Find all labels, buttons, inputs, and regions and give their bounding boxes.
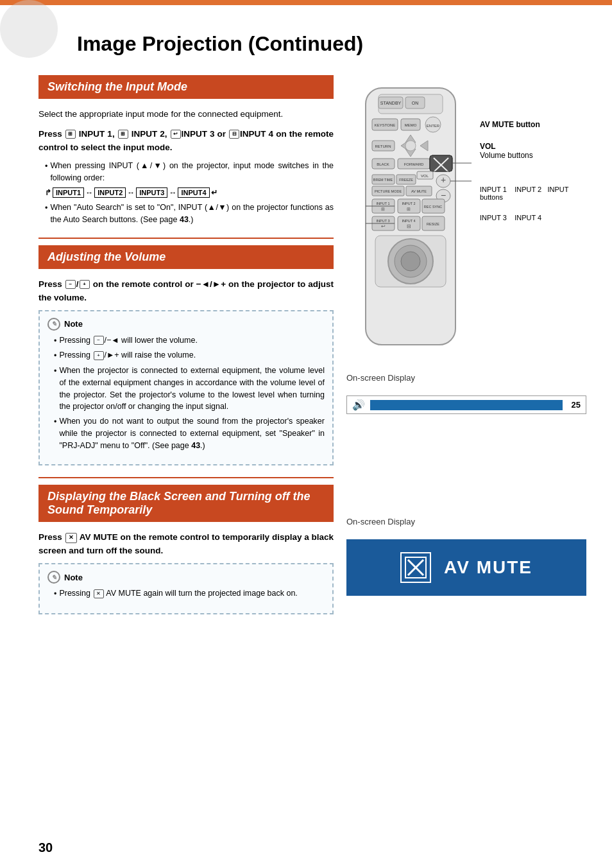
volume-note-box: ✎ Note Pressing −/−◄ will lower the volu… xyxy=(38,310,334,466)
av-mute-inline-icon: ✕ xyxy=(65,533,77,543)
volume-note-title: ✎ Note xyxy=(47,318,325,331)
top-bar-decoration xyxy=(0,0,612,5)
left-column: Switching the Input Mode Select the appr… xyxy=(38,75,334,623)
switching-intro: Select the appropriate input mode for th… xyxy=(38,108,334,121)
black-screen-header: Displaying the Black Screen and Turning … xyxy=(38,485,334,522)
input2-icon: ⊞ xyxy=(118,130,128,139)
svg-text:RESIZE: RESIZE xyxy=(427,222,439,226)
switching-bullet-1: When pressing INPUT (▲/▼) on the project… xyxy=(45,160,334,184)
vol-label: VOL xyxy=(480,142,496,151)
switching-bullet-2: When "Auto Search" is set to "On", INPUT… xyxy=(45,202,334,226)
svg-text:KEYSTONE: KEYSTONE xyxy=(375,123,396,127)
volume-number: 25 xyxy=(568,400,581,410)
arrow-start: ↱ xyxy=(45,188,51,197)
arrow-back: ↵ xyxy=(211,188,217,197)
svg-text:INPUT 4: INPUT 4 xyxy=(402,219,416,223)
note-icon: ✎ xyxy=(47,318,60,331)
volume-divider xyxy=(38,238,334,239)
input1-label: INPUT 1 INPUT 2 INPUT buttons xyxy=(480,186,586,201)
av-mute-button-label: AV MUTE button xyxy=(480,120,540,129)
input1-icon: ⊞ xyxy=(65,130,76,139)
volume-note-4: When you do not want to output the sound… xyxy=(54,415,325,451)
svg-point-60 xyxy=(401,252,420,271)
note-icon-2: ✎ xyxy=(47,571,60,584)
input-labels-area: INPUT 1 INPUT 2 INPUT buttons INPUT 3 IN… xyxy=(480,186,586,221)
switching-bullets: When pressing INPUT (▲/▼) on the project… xyxy=(45,160,334,226)
av-mute-x-icon xyxy=(405,557,427,578)
input3-icon: ↩ xyxy=(171,130,181,139)
svg-text:MEMO: MEMO xyxy=(405,123,417,127)
volume-onscreen-label: On-screen Display xyxy=(346,373,586,383)
black-screen-note-box: ✎ Note Pressing ✕ AV MUTE again will tur… xyxy=(38,563,334,614)
switching-press-instruction: Press ⊞ INPUT 1, ⊞ INPUT 2, ↩INPUT 3 or … xyxy=(38,128,334,155)
svg-text:ENTER: ENTER xyxy=(427,124,440,128)
vol-plus-icon: + xyxy=(80,280,90,289)
remote-and-labels: STANDBY ON KEYSTONE MEMO ENTER xyxy=(346,82,586,367)
volume-note-3: When the projector is connected to exter… xyxy=(54,365,325,413)
volume-note-2: Pressing +/►+ will raise the volume. xyxy=(54,349,325,362)
av-mute-display-section: On-screen Display AV MUTE xyxy=(346,517,586,596)
svg-text:INPUT 3: INPUT 3 xyxy=(377,219,390,223)
switching-header: Switching the Input Mode xyxy=(38,75,334,99)
svg-text:FORWARD: FORWARD xyxy=(404,162,424,166)
page: Image Projection (Continued) Switching t… xyxy=(0,0,612,868)
remote-svg: STANDBY ON KEYSTONE MEMO ENTER xyxy=(346,82,475,364)
vol-plus-note: + xyxy=(94,351,104,360)
black-screen-note-bullets: Pressing ✕ AV MUTE again will turn the p… xyxy=(54,587,325,600)
vol-minus-note: − xyxy=(94,336,104,345)
svg-text:FREEZE: FREEZE xyxy=(399,178,413,182)
svg-text:⊞: ⊞ xyxy=(407,207,411,211)
page-number: 30 xyxy=(38,840,53,855)
svg-text:⊟: ⊟ xyxy=(407,223,411,229)
volume-header: Adjusting the Volume xyxy=(38,245,334,269)
vol-label-row: VOL Volume buttons xyxy=(480,142,586,160)
av-mute-onscreen-label: On-screen Display xyxy=(346,517,586,526)
svg-point-16 xyxy=(405,141,416,151)
svg-text:INPUT 1: INPUT 1 xyxy=(377,202,390,205)
volume-note-1: Pressing −/−◄ will lower the volume. xyxy=(54,334,325,347)
volume-press-instruction: Press −/+ on the remote control or −◄/►+… xyxy=(38,278,334,305)
remote-wrapper: STANDBY ON KEYSTONE MEMO ENTER xyxy=(346,82,475,367)
svg-text:+: + xyxy=(441,175,446,185)
right-column: STANDBY ON KEYSTONE MEMO ENTER xyxy=(346,75,586,623)
black-screen-note-1: Pressing ✕ AV MUTE again will turn the p… xyxy=(54,587,325,600)
svg-text:BREM TIME: BREM TIME xyxy=(373,178,393,182)
input1-seq: INPUT1 xyxy=(53,187,84,198)
circle-decoration xyxy=(0,0,58,58)
av-mute-display: AV MUTE xyxy=(346,539,586,596)
av-mute-display-icon xyxy=(400,552,431,583)
labels-wrapper: AV MUTE button VOL Volume buttons INPUT … xyxy=(475,82,586,221)
speaker-icon: 🔊 xyxy=(352,399,365,411)
page-title: Image Projection (Continued) xyxy=(38,32,586,56)
svg-text:↩: ↩ xyxy=(381,223,386,229)
volume-buttons-label: Volume buttons xyxy=(480,151,533,160)
volume-note-bullets: Pressing −/−◄ will lower the volume. Pre… xyxy=(54,334,325,452)
input3-seq: INPUT3 xyxy=(136,187,167,198)
volume-display-bar: 🔊 25 xyxy=(346,395,586,414)
vol-minus-icon: − xyxy=(65,280,76,289)
svg-text:ON: ON xyxy=(412,101,419,105)
black-screen-divider xyxy=(38,477,334,478)
svg-text:VOL: VOL xyxy=(421,174,429,178)
svg-text:PICTURE MODE: PICTURE MODE xyxy=(375,189,402,193)
svg-text:⊞: ⊞ xyxy=(381,207,385,211)
svg-text:BLACK: BLACK xyxy=(377,162,389,166)
black-screen-press-instruction: Press ✕ AV MUTE on the remote control to… xyxy=(38,531,334,558)
svg-text:INPUT 2: INPUT 2 xyxy=(402,202,416,205)
av-mute-note-icon: ✕ xyxy=(94,589,104,598)
black-screen-note-title: ✎ Note xyxy=(47,571,325,584)
volume-display-section: On-screen Display 🔊 25 xyxy=(346,373,586,414)
av-mute-display-text: AV MUTE xyxy=(444,557,532,578)
input-sequence: ↱ INPUT1 ↔ INPUT2 ↔ INPUT3 ↔ INPUT4 ↵ xyxy=(45,187,334,198)
input4-seq: INPUT4 xyxy=(178,187,209,198)
av-mute-label-row: AV MUTE button xyxy=(480,120,586,129)
svg-text:STANDBY: STANDBY xyxy=(380,101,402,105)
main-layout: Switching the Input Mode Select the appr… xyxy=(38,75,586,623)
svg-text:RETURN: RETURN xyxy=(375,144,391,148)
input4-icon: ⊟ xyxy=(229,130,239,139)
volume-bar xyxy=(370,400,563,410)
svg-text:AV MUTE: AV MUTE xyxy=(411,189,427,193)
svg-rect-23 xyxy=(430,155,452,171)
input34-label: INPUT 3 INPUT 4 xyxy=(480,214,586,221)
input2-seq: INPUT2 xyxy=(94,187,126,198)
